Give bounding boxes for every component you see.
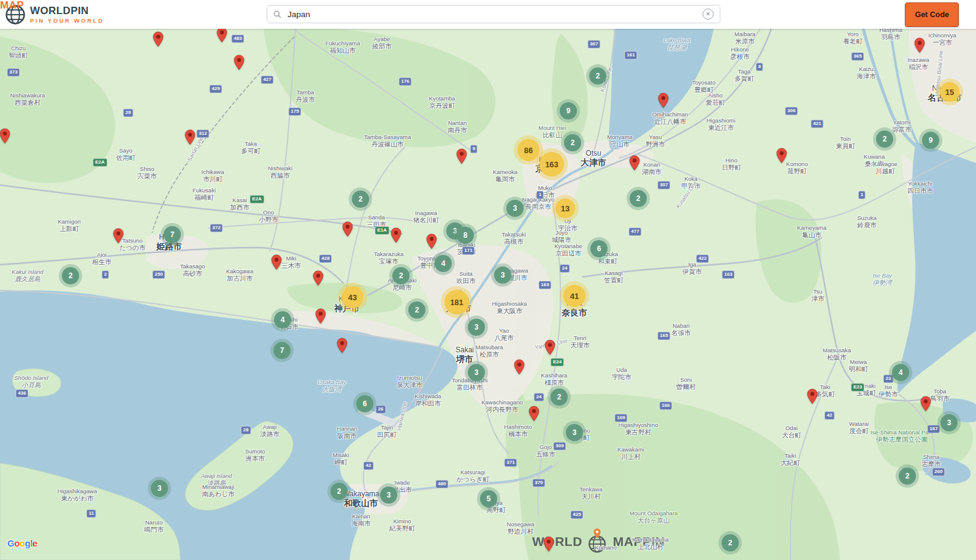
cluster-marker[interactable]: 3 xyxy=(566,424,583,441)
cluster-marker[interactable]: 2 xyxy=(722,534,739,551)
cluster-marker[interactable]: 2 xyxy=(589,67,606,85)
pin-marker[interactable] xyxy=(807,388,818,404)
cluster-marker[interactable]: 2 xyxy=(330,483,348,500)
map-label-kakogawa: Kakogawa加古川市 xyxy=(226,268,253,282)
pin-marker[interactable] xyxy=(185,129,196,145)
map-label-toin: Toin東員町 xyxy=(836,135,855,150)
map-label-lake-biwa: Lake Biwa琵琶湖 xyxy=(663,37,690,51)
pin-marker[interactable] xyxy=(528,406,539,422)
cluster-marker[interactable]: 8 xyxy=(457,227,474,244)
cluster-marker[interactable]: 15 xyxy=(940,82,959,102)
cluster-marker[interactable]: 7 xyxy=(164,226,181,243)
cluster-marker[interactable]: 4 xyxy=(435,255,452,272)
pin-marker[interactable] xyxy=(514,359,525,375)
cluster-marker[interactable]: 2 xyxy=(564,134,581,151)
map-label-taga: Taga多賀町 xyxy=(734,68,754,83)
map-label-omihachiman: Omihachiman近江八幡市 xyxy=(652,111,688,126)
pin-marker[interactable] xyxy=(658,93,669,108)
cluster-marker[interactable]: 4 xyxy=(274,311,291,328)
map-label-kawagoe: Kawagoe川越町 xyxy=(873,161,898,175)
map-label-kyotanabe: Kyotanabe京田辺市 xyxy=(554,243,582,257)
pin-marker[interactable] xyxy=(629,155,640,171)
cluster-marker[interactable]: 3 xyxy=(494,267,511,284)
map-label-wakayama: Wakayama和歌山市 xyxy=(343,490,379,509)
cluster-marker[interactable]: 181 xyxy=(444,290,469,314)
pin-marker[interactable] xyxy=(342,221,353,237)
pin-marker[interactable] xyxy=(426,233,437,249)
route-shield-367: 367 xyxy=(587,40,600,48)
cluster-marker[interactable]: 3 xyxy=(506,200,524,217)
map-label-gojo: Gojo五條市 xyxy=(536,444,555,458)
map-label-takatsuki: Takatsuki高槻市 xyxy=(501,231,526,246)
cluster-marker[interactable]: 163 xyxy=(539,152,564,176)
route-shield-42: 42 xyxy=(364,461,374,470)
map-label-kumano: Kumano xyxy=(595,544,616,551)
pin-marker[interactable] xyxy=(337,338,348,354)
pin-marker[interactable] xyxy=(234,55,245,70)
route-shield-E23: E23 xyxy=(851,383,864,392)
pin-marker[interactable] xyxy=(153,31,164,47)
map-label-kameoka: Kameoka亀岡市 xyxy=(493,168,517,183)
pin-marker[interactable] xyxy=(271,254,282,270)
pin-marker[interactable] xyxy=(920,396,931,412)
map-canvas[interactable]: WORLD MAPPIN Google Chizu智頭町Nishiawakura… xyxy=(0,0,976,560)
map-label-takasago: Takasago高砂市 xyxy=(180,263,205,278)
pin-marker[interactable] xyxy=(113,228,124,244)
cluster-marker[interactable]: 2 xyxy=(551,388,568,406)
pin-marker[interactable] xyxy=(544,339,555,355)
map-label-kasai: Kasai加西市 xyxy=(230,197,250,211)
route-shield-8: 8 xyxy=(756,62,763,71)
map-label-naruto: Naruto鳴門市 xyxy=(144,519,164,534)
cluster-marker[interactable]: 2 xyxy=(62,267,79,284)
cluster-marker[interactable]: 3 xyxy=(151,480,168,497)
map-label-toyosato: Toyosato豊郷町 xyxy=(692,79,715,94)
pin-marker[interactable] xyxy=(914,37,925,53)
route-shield-370: 370 xyxy=(532,479,545,487)
cluster-marker[interactable]: 3 xyxy=(940,414,958,431)
cluster-marker[interactable]: 9 xyxy=(922,132,939,149)
route-shield-483: 483 xyxy=(231,34,244,43)
cluster-marker[interactable]: 2 xyxy=(899,467,916,485)
cluster-marker[interactable]: 3 xyxy=(468,364,485,381)
app-header: WORLDMAPPIN PIN YOUR WORLD ✕ Get Code xyxy=(0,0,976,29)
cluster-marker[interactable]: 2 xyxy=(408,301,425,319)
map-label-tamba-sasayama: Tamba-Sasayama丹波篠山市 xyxy=(364,134,411,148)
cluster-marker[interactable]: 6 xyxy=(590,240,608,257)
route-shield-165: 165 xyxy=(657,331,670,340)
worldmappin-app: WORLD MAPPIN Google Chizu智頭町Nishiawakura… xyxy=(0,0,976,560)
cluster-marker[interactable]: 7 xyxy=(273,342,291,359)
cluster-marker[interactable]: 86 xyxy=(517,139,539,161)
cluster-marker[interactable]: 5 xyxy=(480,490,497,507)
map-label-higashiyoshino: Higashiyoshino東吉野村 xyxy=(619,422,658,436)
map-label-meiwa: Meiwa明和町 xyxy=(848,358,868,373)
cluster-marker[interactable]: 2 xyxy=(876,131,893,148)
route-shield-373: 373 xyxy=(7,68,20,77)
route-shield-312: 312 xyxy=(196,129,209,138)
cluster-marker[interactable]: 3 xyxy=(380,486,397,504)
worldmappin-logo[interactable]: WORLDMAPPIN PIN YOUR WORLD xyxy=(0,4,104,25)
pin-marker[interactable] xyxy=(456,148,467,164)
map-label-ise: Ise伊勢市 xyxy=(879,384,898,398)
cluster-marker[interactable]: 2 xyxy=(392,267,410,284)
pin-marker[interactable] xyxy=(313,270,324,286)
cluster-marker[interactable]: 6 xyxy=(356,395,373,412)
cluster-marker[interactable]: 3 xyxy=(468,319,485,336)
pin-marker[interactable] xyxy=(216,27,227,43)
map-label-takarazuka: Takarazuka宝塚市 xyxy=(374,251,404,265)
map-label-yokkaichi: Yokkaichi四日市市 xyxy=(907,180,933,195)
cluster-marker[interactable]: 13 xyxy=(555,199,575,218)
cluster-marker[interactable]: 2 xyxy=(352,191,369,208)
map-label-nosegawa: Nosegawa野迫川村 xyxy=(507,521,535,535)
route-shield-11: 11 xyxy=(86,509,96,518)
cluster-marker[interactable]: 2 xyxy=(630,190,647,207)
pin-marker[interactable] xyxy=(543,536,554,552)
cluster-marker[interactable]: 41 xyxy=(563,285,585,307)
cluster-marker[interactable]: 4 xyxy=(892,364,909,381)
pin-marker[interactable] xyxy=(315,308,326,324)
cluster-marker[interactable]: 43 xyxy=(341,286,364,308)
pin-marker[interactable] xyxy=(776,148,787,164)
pin-marker[interactable] xyxy=(391,227,402,243)
pin-marker[interactable] xyxy=(0,128,10,144)
cluster-marker[interactable]: 9 xyxy=(560,102,577,119)
google-logo[interactable]: Google xyxy=(7,538,37,548)
